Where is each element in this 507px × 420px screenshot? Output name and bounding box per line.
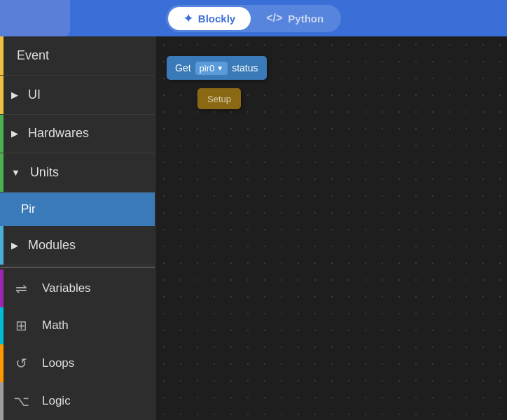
- ui-label: UI: [28, 88, 41, 102]
- math-icon: ⊞: [8, 313, 34, 338]
- logic-icon: ⌥: [8, 388, 34, 414]
- python-icon: </>: [266, 12, 282, 24]
- variables-label: Variables: [42, 281, 91, 295]
- sidebar-item-modules[interactable]: ▶ Modules: [0, 226, 155, 265]
- hardwares-label: Hardwares: [28, 126, 89, 141]
- modules-arrow: ▶: [11, 240, 18, 251]
- main-layout: Event ▶ UI ▶ Hardwares ▼ Units Pir ▶ M: [0, 36, 507, 420]
- sidebar-item-loops[interactable]: ↺ Loops: [0, 344, 155, 382]
- sidebar-item-logic[interactable]: ⌥ Logic: [0, 382, 155, 420]
- sidebar-item-hardwares[interactable]: ▶ Hardwares: [0, 115, 155, 154]
- python-tab-label: Python: [288, 13, 324, 24]
- math-accent: [0, 307, 4, 345]
- header-tab-group: ✦ Blockly </> Python: [166, 5, 341, 32]
- header: ✦ Blockly </> Python: [0, 0, 507, 36]
- sidebar-item-math[interactable]: ⊞ Math: [0, 307, 155, 345]
- variables-icon: ⇌: [8, 276, 34, 301]
- tab-python[interactable]: </> Python: [251, 7, 339, 30]
- block-setup[interactable]: Setup: [197, 88, 241, 109]
- loops-label: Loops: [42, 356, 74, 370]
- sidebar-item-pir[interactable]: Pir: [0, 192, 155, 226]
- modules-accent: [0, 226, 4, 265]
- block-setup-label: Setup: [207, 94, 231, 104]
- sidebar-item-variables[interactable]: ⇌ Variables: [0, 270, 155, 307]
- sidebar-divider: [0, 267, 155, 268]
- sidebar-item-units[interactable]: ▼ Units: [0, 153, 155, 192]
- dropdown-arrow-icon: ▼: [216, 64, 223, 72]
- sidebar: Event ▶ UI ▶ Hardwares ▼ Units Pir ▶ M: [0, 36, 155, 420]
- block-get-label: Get: [175, 62, 191, 74]
- canvas: Get pir0 ▼ status Setup: [155, 36, 507, 420]
- hardwares-accent: [0, 115, 4, 153]
- variables-accent: [0, 270, 4, 307]
- ui-arrow: ▶: [11, 90, 18, 100]
- pir-label: Pir: [21, 202, 36, 216]
- block-get-status[interactable]: Get pir0 ▼ status: [167, 56, 267, 80]
- event-accent: [0, 36, 4, 75]
- header-left-area: [0, 0, 70, 36]
- hardwares-arrow: ▶: [11, 128, 18, 139]
- blockly-tab-label: Blockly: [198, 13, 235, 24]
- block-status-label: status: [232, 62, 258, 74]
- logic-label: Logic: [42, 394, 71, 408]
- event-label: Event: [17, 48, 49, 63]
- tab-blockly[interactable]: ✦ Blockly: [168, 7, 251, 30]
- modules-label: Modules: [28, 238, 76, 253]
- logic-accent: [0, 382, 4, 420]
- units-label: Units: [30, 165, 59, 180]
- sidebar-item-event[interactable]: Event: [0, 36, 155, 76]
- units-accent: [0, 153, 4, 192]
- blockly-icon: ✦: [183, 12, 193, 25]
- loops-accent: [0, 344, 4, 382]
- block-pir-dropdown[interactable]: pir0 ▼: [195, 62, 228, 75]
- block-pir-value: pir0: [200, 63, 215, 74]
- ui-accent: [0, 76, 4, 114]
- block-container: Get pir0 ▼ status Setup: [167, 56, 267, 80]
- loops-icon: ↺: [8, 351, 34, 376]
- units-arrow: ▼: [11, 167, 20, 178]
- sidebar-item-ui[interactable]: ▶ UI: [0, 76, 155, 115]
- math-label: Math: [42, 318, 69, 332]
